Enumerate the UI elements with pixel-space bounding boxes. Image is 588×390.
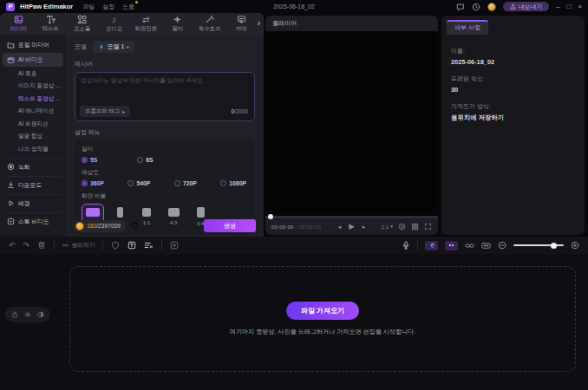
tab-media[interactable]: 미디어 xyxy=(3,15,35,33)
remove-text-icon[interactable] xyxy=(144,241,154,250)
resolution-option-360p[interactable]: 360P xyxy=(82,180,104,186)
coin-icon xyxy=(75,222,84,231)
length-option-8s[interactable]: 8S xyxy=(137,157,153,163)
tab-transition[interactable]: ⇄ 화면전환 xyxy=(130,16,162,33)
add-text-icon[interactable] xyxy=(127,241,136,250)
next-frame-button[interactable]: ▸ xyxy=(363,224,366,230)
generate-button[interactable]: 생성 xyxy=(204,219,256,232)
elements-icon xyxy=(77,15,87,24)
minimize-button[interactable]: – xyxy=(556,3,559,10)
credits-balance[interactable]: 160/2397009 xyxy=(74,220,127,232)
sidebar-item-image-to-video[interactable]: 이미지 동영상 ... xyxy=(0,81,66,94)
import-file-button[interactable]: 파일 가져오기 xyxy=(286,302,359,320)
magnet-snap-icon[interactable] xyxy=(425,241,438,250)
snapshot-icon[interactable] xyxy=(398,223,406,231)
feedback-icon[interactable] xyxy=(456,3,465,11)
redo-icon[interactable]: ↷ xyxy=(23,242,30,250)
tab-elements[interactable]: 요소들 xyxy=(66,15,98,33)
sidebar-divider xyxy=(4,158,62,159)
aspect-ratio-label: 화면 비율 xyxy=(82,192,248,200)
track-mute-icon[interactable] xyxy=(37,311,44,318)
menu-file[interactable]: 파일 xyxy=(82,3,95,11)
sidebar-item-ai-effects[interactable]: AI 특효 xyxy=(0,68,66,81)
subtitles-icon xyxy=(237,15,246,24)
user-avatar[interactable] xyxy=(487,3,496,11)
caret-right-icon: ▸ xyxy=(122,109,125,114)
zoom-in-icon[interactable] xyxy=(571,241,579,250)
media-drop-zone[interactable]: 파일 가져오기 여기까지 동영상, 사진을 드래그하거나 가져오면 편집을 시작… xyxy=(69,266,576,372)
microphone-icon[interactable] xyxy=(402,241,410,250)
delete-icon[interactable] xyxy=(37,241,46,250)
asset-tab-bar: 미디어 텍스트 요소들 ♪ 오디오 ⇄ 화면전환 필터 특수효과 자막 xyxy=(0,13,264,35)
length-option-5s[interactable]: 5S xyxy=(82,157,97,163)
maximize-button[interactable]: □ xyxy=(566,3,571,10)
resolution-option-540p[interactable]: 540P xyxy=(127,180,150,186)
export-button[interactable]: 내보내기 xyxy=(503,2,549,11)
sidebar-item-my-creations[interactable]: 나의 창작물 xyxy=(0,143,66,156)
prompt-input[interactable]: 생성하려는 영상에 대한 제시어를 입력해 주세요. 프롬프트 태그 ▸ 0/2… xyxy=(75,72,255,121)
previous-frame-button[interactable]: ◂ xyxy=(338,224,342,230)
app-window: P HitPaw Edimakor 파일 설정 도움 2025-06-18_02… xyxy=(0,0,588,390)
track-lock-icon[interactable] xyxy=(11,311,18,318)
sidebar-item-text-to-video[interactable]: 텍스트 동영상 ... xyxy=(0,93,66,106)
video-preview[interactable] xyxy=(265,31,438,216)
fit-timeline-icon[interactable] xyxy=(481,242,491,250)
tab-effects[interactable]: 특수효과 xyxy=(193,15,225,33)
tab-text[interactable]: 텍스트 xyxy=(35,15,67,33)
sidebar: 로컬 미디어 AI 비디오 AI 특효 이미지 동영상 ... 텍스트 동영상 … xyxy=(0,35,66,237)
fullscreen-icon[interactable] xyxy=(424,223,432,231)
sidebar-item-ai-video[interactable]: AI 비디오 xyxy=(3,53,63,67)
refresh-credits-icon[interactable] xyxy=(131,222,139,230)
detail-name-label: 이름: xyxy=(451,47,575,55)
toolbar-divider xyxy=(417,241,418,250)
grid-icon[interactable] xyxy=(411,223,419,231)
radio-icon xyxy=(174,180,180,186)
play-button[interactable]: ▶ xyxy=(349,223,355,231)
tab-audio[interactable]: ♪ 오디오 xyxy=(98,16,130,33)
close-button[interactable]: × xyxy=(578,3,582,10)
ratio-shape-icon xyxy=(168,208,180,217)
toolbar-divider xyxy=(161,241,162,250)
zoom-out-icon[interactable] xyxy=(498,241,506,250)
timeline-zoom-slider[interactable] xyxy=(513,244,564,246)
split-button[interactable]: ✂ 분리하기 xyxy=(62,242,95,250)
zoom-slider-handle[interactable] xyxy=(551,243,557,249)
chain-link-icon[interactable] xyxy=(465,242,474,250)
sidebar-item-record[interactable]: 녹화 xyxy=(3,160,63,174)
crop-badge-icon[interactable] xyxy=(111,241,120,250)
menu-settings[interactable]: 설정 xyxy=(102,3,114,11)
prompt-tag-button[interactable]: 프롬프트 태그 ▸ xyxy=(80,106,130,117)
menu-help[interactable]: 도움 xyxy=(122,3,134,11)
length-label: 길이 xyxy=(82,146,248,153)
tabs-overflow-chevron-icon[interactable]: › xyxy=(258,19,262,29)
undo-icon[interactable]: ↶ xyxy=(9,242,16,250)
sidebar-item-stock-video[interactable]: 스톡 비디오 xyxy=(3,215,63,229)
settings-menu-label: 설정 메뉴 xyxy=(75,128,255,137)
sidebar-item-download[interactable]: 다운로드 xyxy=(3,179,63,192)
sidebar-item-ai-animation[interactable]: AI 애니메이션 xyxy=(0,106,66,119)
ratio-shape-icon xyxy=(142,208,151,217)
tab-details[interactable]: 세부 사항 xyxy=(447,20,488,35)
resolution-option-1080p[interactable]: 1080P xyxy=(220,180,246,186)
preview-zoom-select[interactable]: 1:1▾ xyxy=(382,224,393,230)
tab-filter[interactable]: 필터 xyxy=(162,15,194,33)
sidebar-item-background[interactable]: 배경 xyxy=(3,197,63,211)
track-hide-icon[interactable] xyxy=(24,311,31,318)
media-icon xyxy=(14,15,23,24)
sidebar-item-ai-transition[interactable]: AI 트랜지션 xyxy=(0,118,66,131)
add-marker-icon[interactable] xyxy=(170,241,179,250)
document-title: 2025-06-18_02 xyxy=(273,3,315,10)
folder-icon xyxy=(7,42,15,49)
link-clips-icon[interactable] xyxy=(445,241,458,250)
caret-down-icon: ▾ xyxy=(390,224,393,230)
sidebar-item-face-swap[interactable]: 얼굴 합성 xyxy=(0,131,66,144)
history-clock-icon[interactable] xyxy=(472,3,480,11)
tab-subtitles[interactable]: 자막 xyxy=(225,15,258,33)
caret-right-icon: ▸ xyxy=(127,44,129,49)
model-selector[interactable]: 모델 1 ▸ xyxy=(93,41,135,53)
detail-name-value: 2025-06-18_02 xyxy=(451,58,575,66)
resolution-option-720p[interactable]: 720P xyxy=(174,180,197,186)
sidebar-item-local-media[interactable]: 로컬 미디어 xyxy=(3,38,63,52)
detail-framerate-label: 프레임 속도: xyxy=(451,75,575,83)
prompt-placeholder: 생성하려는 영상에 대한 제시어를 입력해 주세요. xyxy=(81,77,249,85)
